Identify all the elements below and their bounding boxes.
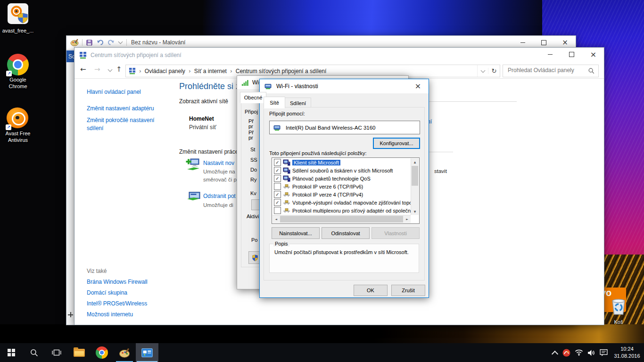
list-item-label[interactable]: Protokol IP verze 4 (TCP/IPv4) xyxy=(292,192,363,197)
list-item-qos[interactable]: ✓ Plánovač paketů technologie QoS xyxy=(272,174,411,182)
uninstall-button[interactable]: Odinstalovat xyxy=(322,227,370,239)
sidebar-link-change-adapter[interactable]: Změnit nastavení adaptéru xyxy=(87,105,154,112)
list-item-label[interactable]: Protokol multiplexoru pro síťový adaptér… xyxy=(292,208,411,214)
breadcrumb-separator: › xyxy=(230,68,232,74)
sidebar-link-main-control-panel[interactable]: Hlavní ovládací panel xyxy=(87,89,141,95)
scroll-left-icon[interactable]: ◄ xyxy=(272,215,280,223)
list-item-multiplexor[interactable]: Protokol multiplexoru pro síťový adaptér… xyxy=(272,206,411,214)
list-item-file-sharing[interactable]: ✓ Sdílení souborů a tiskáren v sítích Mi… xyxy=(272,166,411,174)
checkbox[interactable]: ✓ xyxy=(274,167,281,174)
status-label-state: St xyxy=(250,147,255,152)
checkbox[interactable]: ✓ xyxy=(274,199,281,206)
save-icon[interactable] xyxy=(86,39,93,46)
protocol-icon xyxy=(283,191,290,198)
vertical-scrollbar[interactable]: ▲ ▼ xyxy=(411,158,419,215)
paint-icon xyxy=(119,348,130,358)
list-item-topology-mapper[interactable]: ✓ Vstupně-výstupní ovladač mapovače zjiš… xyxy=(272,198,411,206)
tab-networking[interactable]: Sítě xyxy=(264,97,285,108)
action-center-button[interactable] xyxy=(598,348,609,357)
sidebar-link-windows-firewall[interactable]: Brána Windows Firewall xyxy=(87,279,148,285)
tray-volume-button[interactable] xyxy=(586,349,597,356)
status-label-ipv6b: pr xyxy=(248,135,253,140)
scroll-up-icon[interactable]: ▲ xyxy=(411,158,419,165)
description-groupbox: Popis Umožní počítači přistupovat k pros… xyxy=(269,244,419,273)
list-item-ipv4[interactable]: ✓ Protokol IP verze 4 (TCP/IPv4) xyxy=(272,190,411,198)
connection-items-listbox: ✓ Klient sítě Microsoft ✓ Sdílení soubor… xyxy=(272,157,420,224)
tray-wifi-button[interactable] xyxy=(573,349,585,356)
back-button[interactable]: ← xyxy=(80,66,86,73)
taskbar-file-explorer[interactable] xyxy=(68,343,91,362)
taskbar-clock[interactable]: 10:24 31.08.2016 xyxy=(612,345,642,360)
wallpaper-blue-streak xyxy=(203,0,570,40)
network-center-minimize-button[interactable] xyxy=(539,48,561,61)
sidebar-link-intel-proset[interactable]: Intel® PROSet/Wireless xyxy=(87,300,147,307)
list-item-label[interactable]: Klient sítě Microsoft xyxy=(292,160,340,165)
checkbox[interactable]: ✓ xyxy=(274,191,281,198)
taskbar-paint[interactable] xyxy=(113,343,136,362)
setup-new-connection-link[interactable]: Nastavit nov xyxy=(203,160,234,166)
checkbox[interactable] xyxy=(274,207,281,214)
start-button[interactable] xyxy=(0,343,23,362)
tray-chevron-button[interactable] xyxy=(550,349,560,357)
desktop-icon-recycle-bin[interactable]: Koš xyxy=(604,296,633,326)
list-item-ipv6[interactable]: Protokol IP verze 6 (TCP/IPv6) xyxy=(272,182,411,190)
horizontal-scrollbar[interactable]: ◄ ► xyxy=(272,215,411,223)
scrollbar-thumb[interactable] xyxy=(280,216,403,222)
properties-button[interactable]: Vlastnosti xyxy=(372,227,420,239)
qat-dropdown-icon[interactable] xyxy=(118,40,123,44)
network-center-close-button[interactable]: × xyxy=(583,48,604,61)
search-icon[interactable] xyxy=(588,67,594,74)
forward-button[interactable]: → xyxy=(94,66,100,73)
checkbox[interactable]: ✓ xyxy=(274,175,281,182)
desktop-icon-avast-antivirus[interactable]: ↗ Avast Free Antivirus xyxy=(0,107,36,144)
breadcrumb-item-network-center[interactable]: Centrum síťových připojení a sdílení xyxy=(236,68,327,74)
cancel-button[interactable]: Zrušit xyxy=(391,285,425,296)
sidebar-link-homegroup[interactable]: Domácí skupina xyxy=(87,289,127,296)
client-icon xyxy=(283,175,290,182)
undo-icon[interactable] xyxy=(97,39,104,46)
see-also-heading: Viz také xyxy=(87,268,107,274)
scrollbar-thumb[interactable] xyxy=(412,166,418,186)
desktop-icon-label: avast_free_... xyxy=(0,28,36,34)
search-input[interactable] xyxy=(507,66,584,74)
breadcrumb-item-network-internet[interactable]: Síť a internet xyxy=(194,68,227,74)
configure-button[interactable]: Konfigurovat... xyxy=(373,138,420,149)
troubleshoot-link[interactable]: Odstranit pot xyxy=(203,193,236,199)
search-box[interactable] xyxy=(503,65,599,77)
list-item-label[interactable]: Plánovač paketů technologie QoS xyxy=(292,176,371,181)
list-item-label[interactable]: Vstupně-výstupní ovladač mapovače zjišťo… xyxy=(292,200,411,206)
client-icon xyxy=(283,167,290,174)
scroll-right-icon[interactable]: ► xyxy=(404,215,411,223)
status-label-ipv4b: pr xyxy=(248,123,253,129)
adapter-icon xyxy=(264,82,272,90)
desktop-icon-google-chrome[interactable]: ↗ Google Chrome xyxy=(0,54,36,90)
address-dropdown-button[interactable] xyxy=(477,65,488,77)
breadcrumb-item-control-panel[interactable]: Ovládací panely xyxy=(145,68,185,74)
history-dropdown-icon[interactable] xyxy=(108,67,113,72)
wifi-status-tab-general[interactable]: Obecné xyxy=(240,92,266,103)
taskbar-chrome[interactable] xyxy=(91,343,113,362)
list-item-label[interactable]: Sdílení souborů a tiskáren v sítích Micr… xyxy=(292,168,393,173)
list-item-client[interactable]: ✓ Klient sítě Microsoft xyxy=(272,158,411,166)
network-center-maximize-button[interactable] xyxy=(561,48,582,61)
sidebar-link-advanced-sharing[interactable]: Změnit pokročilé nastavení sdílení xyxy=(87,116,167,133)
wifi-properties-close-button[interactable]: × xyxy=(407,79,429,93)
taskbar-control-panel[interactable] xyxy=(136,343,158,362)
paint-app-icon[interactable] xyxy=(70,39,79,46)
refresh-button[interactable]: ↻ xyxy=(488,68,500,74)
sidebar-link-internet-options[interactable]: Možnosti internetu xyxy=(87,311,133,318)
checkbox[interactable]: ✓ xyxy=(274,159,281,166)
checkbox[interactable] xyxy=(274,183,281,190)
task-view-button[interactable] xyxy=(45,343,68,362)
redo-icon[interactable] xyxy=(107,39,115,46)
taskbar-search-button[interactable] xyxy=(23,343,45,362)
chevron-up-icon xyxy=(552,351,558,357)
tray-avast-icon[interactable] xyxy=(561,348,571,357)
list-item-label[interactable]: Protokol IP verze 6 (TCP/IPv6) xyxy=(292,184,363,189)
scroll-down-icon[interactable]: ▼ xyxy=(411,208,419,215)
ok-button[interactable]: OK xyxy=(354,285,388,296)
windows-logo-icon xyxy=(8,349,15,356)
desktop-icon-avast-installer[interactable]: avast_free_... xyxy=(0,3,36,34)
up-button[interactable]: ↑ xyxy=(116,66,122,73)
install-button[interactable]: Nainstalovat... xyxy=(272,227,320,239)
